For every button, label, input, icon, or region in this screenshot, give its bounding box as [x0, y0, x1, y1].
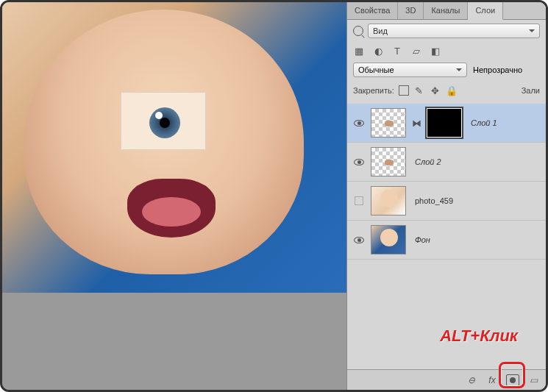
layer-row[interactable]: ⧓ Слой 1	[347, 104, 546, 143]
layer-thumbnail[interactable]	[371, 186, 406, 215]
filter-smart-icon[interactable]: ◧	[430, 45, 441, 57]
blend-row: Обычные Непрозрачно	[347, 60, 546, 80]
filter-icons: ▦ ◐ T ▱ ◧	[347, 42, 546, 60]
tab-channels[interactable]: Каналы	[424, 2, 468, 19]
filter-pixel-icon[interactable]: ▦	[353, 45, 365, 57]
lock-all-icon[interactable]: 🔒	[446, 85, 458, 96]
opacity-label: Непрозрачно	[473, 65, 522, 74]
layer-name[interactable]: photo_459	[412, 196, 453, 205]
filter-shape-icon[interactable]: ▱	[410, 45, 422, 57]
link-layers-icon[interactable]: ⊖	[465, 374, 478, 387]
lock-row: Закрепить: ✎ ✥ 🔒 Зали	[347, 80, 546, 101]
eye-icon	[354, 237, 364, 243]
fx-icon[interactable]: fx	[485, 374, 499, 387]
app-frame: Свойства 3D Каналы Слои Вид ▦ ◐ T ▱ ◧ Об…	[0, 0, 548, 392]
pasted-eye-layer	[121, 92, 206, 150]
blend-mode-dropdown[interactable]: Обычные	[353, 63, 467, 77]
lock-position-icon[interactable]: ✥	[430, 85, 441, 96]
layer-thumbnail[interactable]	[371, 147, 406, 177]
layers-list: ⧓ Слой 1 Слой 2 photo_459 Фон	[347, 101, 546, 263]
annotation-hint: ALT+Клик	[440, 327, 518, 346]
panel-tabs: Свойства 3D Каналы Слои	[347, 2, 546, 20]
mask-link-icon[interactable]: ⧓	[412, 118, 421, 129]
annotation-highlight	[499, 362, 525, 388]
layer-name[interactable]: Фон	[412, 235, 430, 244]
lock-label: Закрепить:	[353, 86, 394, 95]
lock-transparency-icon[interactable]	[399, 85, 409, 96]
layer-row[interactable]: photo_459	[347, 182, 546, 221]
eye-icon	[354, 159, 364, 165]
filter-kind-dropdown[interactable]: Вид	[368, 24, 540, 38]
visibility-off-icon	[355, 196, 363, 205]
layers-panel: Свойства 3D Каналы Слои Вид ▦ ◐ T ▱ ◧ Об…	[346, 2, 546, 390]
new-group-icon[interactable]: ▭	[527, 374, 540, 387]
tab-properties[interactable]: Свойства	[347, 2, 398, 19]
layer-row[interactable]: Слой 2	[347, 143, 546, 182]
layer-row[interactable]: Фон	[347, 221, 546, 260]
document-image	[2, 2, 346, 293]
lock-paint-icon[interactable]: ✎	[413, 85, 425, 96]
layer-name[interactable]: Слой 1	[468, 118, 497, 127]
layer-thumbnail[interactable]	[371, 108, 406, 138]
layer-thumbnail[interactable]	[371, 225, 406, 254]
filter-adjust-icon[interactable]: ◐	[372, 45, 384, 57]
visibility-toggle[interactable]	[353, 118, 365, 128]
filter-type-icon[interactable]: T	[391, 45, 403, 57]
layer-filter-row: Вид	[347, 20, 546, 42]
visibility-toggle[interactable]	[353, 157, 365, 167]
visibility-toggle[interactable]	[353, 235, 365, 245]
mask-thumbnail[interactable]	[427, 108, 462, 138]
visibility-toggle[interactable]	[353, 196, 365, 206]
tab-3d[interactable]: 3D	[398, 2, 424, 19]
search-icon	[353, 26, 363, 36]
fill-label: Зали	[522, 86, 540, 95]
layer-name[interactable]: Слой 2	[412, 157, 441, 166]
tab-layers[interactable]: Слои	[468, 2, 503, 20]
mouth-region	[127, 179, 216, 238]
canvas-area[interactable]	[2, 2, 346, 390]
eye-icon	[354, 120, 364, 126]
